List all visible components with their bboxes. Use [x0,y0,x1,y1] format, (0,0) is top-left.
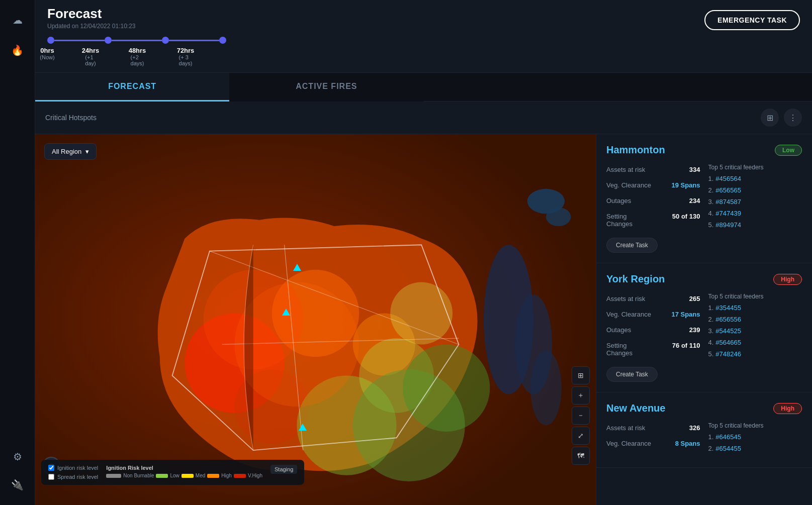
header: Forecast Updated on 12/04/2022 01:10:23 … [35,0,812,73]
feeder-link-5[interactable]: #894974 [715,221,741,229]
tab-active-fires[interactable]: ACTIVE FIRES [229,73,423,102]
feeder-york-5: 5. #748246 [708,350,802,360]
svg-point-17 [353,369,465,481]
map-background [35,134,596,505]
content-title: Critical Hotspots [45,114,97,122]
legend-high [207,474,219,478]
tab-forecast[interactable]: FORECAST [35,73,229,102]
risk-badge-new-avenue: High [773,403,802,414]
map-adjust-icon[interactable]: ⊞ [572,366,590,384]
stat-value-outages-york: 239 [653,324,700,336]
sidebar-icon-plugin[interactable]: 🔌 [8,475,28,495]
stat-label-outages: Outages [606,195,653,207]
content-actions: ⊞ ⋮ [761,109,802,127]
feeder-link-4[interactable]: #747439 [715,210,741,217]
card-content-new-avenue: Assets at risk 326 Veg. Clearance 8 Span… [606,422,802,457]
feeder-link-1[interactable]: #456564 [715,175,741,182]
chevron-down-icon: ▾ [85,148,89,155]
sidebar-icon-cloud[interactable]: ☁ [8,10,28,30]
timeline-point-3[interactable] [219,37,226,44]
stat-label-outages-york: Outages [606,324,653,336]
right-panel: Hammonton Low Assets at risk 334 Veg. Cl… [596,134,812,505]
stat-label-veg-na: Veg. Clearance [606,438,653,449]
region-name-hammonton: Hammonton [606,144,665,156]
map-legend-button[interactable]: 🗺 [572,447,590,465]
feeder-york-1: 1. #354455 [708,304,802,314]
staging-badge: Staging [270,465,297,474]
spread-risk-checkbox[interactable]: Spread risk level [48,474,98,480]
timeline-track [47,37,226,44]
spread-checkbox-input[interactable] [48,474,54,480]
feeder-item-1: 1. #456564 [708,175,802,184]
svg-point-6 [546,208,571,226]
map-container: All Region ▾ ⊞ ＋ － ⤢ 🗺 ◎ [35,134,596,505]
timeline-line-3 [169,40,219,41]
region-stats-york: Assets at risk 265 Veg. Clearance 17 Spa… [606,293,700,359]
region-card-header-york: York Region High [606,273,802,285]
stat-label-setting-york: Setting Changes [606,340,653,359]
feeder-list-york: 1. #354455 2. #656556 3. #544525 [708,304,802,360]
fullscreen-button[interactable]: ⤢ [572,427,590,445]
tab-bar: FORECAST ACTIVE FIRES [35,73,812,102]
timeline-point-0[interactable] [47,37,54,44]
zoom-in-button[interactable]: ＋ [572,386,590,405]
legend-non-burnable [106,474,121,478]
sidebar-icon-settings[interactable]: ⚙ [8,447,28,467]
feeder-link-york-4[interactable]: #564665 [715,339,741,346]
map-layers-button[interactable]: ⊞ [761,109,779,127]
feeders-new-avenue: Top 5 critical feeders 1. #646545 2. #65… [708,422,802,457]
feeder-link-york-1[interactable]: #354455 [715,304,741,312]
ignition-checkbox-input[interactable] [48,465,54,471]
sidebar-icon-fire[interactable]: 🔥 [8,40,28,60]
feeder-na-2: 2. #654455 [708,445,802,454]
stat-value-assets-york: 265 [653,293,700,305]
feeder-link-na-2[interactable]: #654455 [715,445,741,452]
stat-label-assets: Assets at risk [606,164,653,175]
stat-label-veg-york: Veg. Clearance [606,309,653,320]
stat-value-veg-na: 8 Spans [653,438,700,449]
feeder-item-4: 4. #747439 [708,210,802,219]
region-name-new-avenue: New Avenue [606,402,665,414]
feeders-hammonton: Top 5 critical feeders 1. #456564 2. #65… [708,164,802,253]
feeder-link-3[interactable]: #874587 [715,198,741,206]
feeder-link-york-2[interactable]: #656556 [715,316,741,323]
legend-med [182,474,194,478]
stat-value-setting-york: 76 of 110 [653,340,700,359]
create-task-btn-york[interactable]: Create Task [606,367,658,382]
timeline-point-2[interactable] [162,37,169,44]
stat-value-setting: 50 of 130 [653,211,700,230]
stat-value-veg: 19 Spans [653,179,700,191]
emergency-task-button[interactable]: EMERGENCY TASK [704,10,800,30]
feeders-title-york: Top 5 critical feeders [708,293,802,300]
stat-label-assets-na: Assets at risk [606,422,653,434]
feeder-list-hammonton: 1. #456564 2. #656565 3. #874587 [708,175,802,231]
timeline-line-2 [112,40,162,41]
card-content-york: Assets at risk 265 Veg. Clearance 17 Spa… [606,293,802,382]
feeder-link-na-1[interactable]: #646545 [715,433,741,441]
region-card-header-hammonton: Hammonton Low [606,144,802,156]
feeder-link-york-5[interactable]: #748246 [715,350,741,358]
map-panel: All Region ▾ ⊞ ＋ － ⤢ 🗺 ◎ [35,134,812,505]
region-dropdown[interactable]: All Region ▾ [44,143,97,160]
more-options-button[interactable]: ⋮ [784,109,802,127]
legend-color-scale: Non Burnable Low Med High V.High [106,473,262,478]
sidebar: ☁ 🔥 ⚙ 🔌 [0,0,35,505]
last-updated: Updated on 12/04/2022 01:10:23 [47,23,226,30]
feeder-list-new-avenue: 1. #646545 2. #654455 [708,433,802,454]
stat-value-veg-york: 17 Spans [653,309,700,320]
create-task-btn-hammonton[interactable]: Create Task [606,238,658,253]
content-area: Critical Hotspots ⊞ ⋮ [35,102,812,505]
zoom-out-button[interactable]: － [572,407,590,425]
region-name-york: York Region [606,273,665,285]
legend-risk-scale: Ignition Risk level Non Burnable Low Med… [106,465,262,478]
fire-marker-2 [282,309,290,316]
stats-hammonton: Assets at risk 334 Veg. Clearance 19 Spa… [606,164,700,253]
legend-vhigh [234,474,246,478]
feeder-link-2[interactable]: #656565 [715,186,741,194]
feeder-link-york-3[interactable]: #544525 [715,327,741,335]
ignition-risk-checkbox[interactable]: Ignition risk level [48,465,98,471]
feeders-york: Top 5 critical feeders 1. #354455 2. #65… [708,293,802,382]
region-stats-hammonton: Assets at risk 334 Veg. Clearance 19 Spa… [606,164,700,230]
timeline-point-1[interactable] [105,37,112,44]
feeder-york-3: 3. #544525 [708,327,802,337]
